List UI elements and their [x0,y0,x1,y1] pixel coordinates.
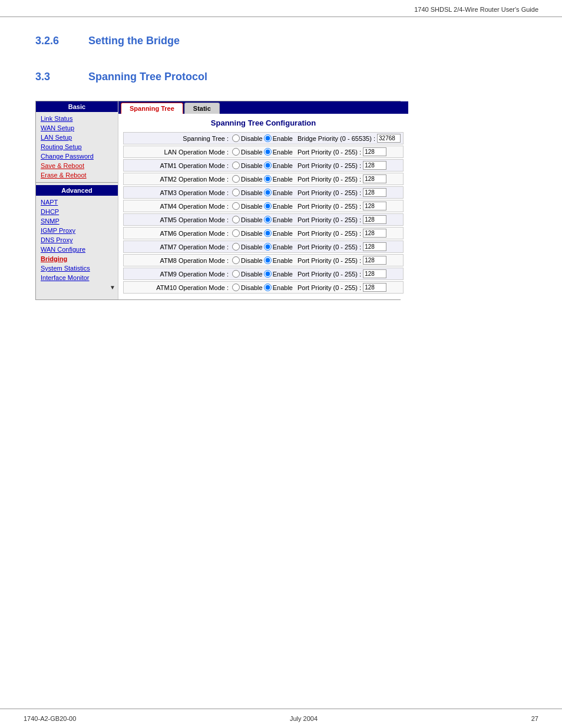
content-area: 3.2.6 Setting the Bridge 3.3 Spanning Tr… [0,17,562,335]
priority-label-8: Port Priority (0 - 255) : [297,243,361,251]
sidebar-link-password[interactable]: Change Password [36,151,118,161]
radio-disable-5[interactable] [232,202,240,210]
radio-disable-11[interactable] [232,284,240,291]
sidebar-link-bridging[interactable]: Bridging [36,254,118,263]
priority-label-5: Port Priority (0 - 255) : [297,203,361,210]
config-row-atm3: ATM3 Operation Mode : Disable Enable Por… [123,186,404,199]
radio-group-5: Disable Enable [232,202,293,210]
sidebar: Basic Link Status WAN Setup LAN Setup Ro… [36,101,118,299]
priority-label-3: Port Priority (0 - 255) : [297,176,361,183]
row-label-9: ATM8 Operation Mode : [126,257,232,264]
priority-input-5[interactable] [363,202,386,210]
radio-enable-4[interactable] [264,189,272,196]
priority-input-8[interactable] [363,242,386,251]
row-label-7: ATM6 Operation Mode : [126,230,232,237]
label-disable-10: Disable [241,271,263,278]
priority-label-6: Port Priority (0 - 255) : [297,216,361,223]
priority-input-3[interactable] [363,174,386,183]
priority-input-9[interactable] [363,256,386,265]
label-enable-6: Enable [273,216,293,223]
radio-group-11: Disable Enable [232,284,293,291]
config-row-atm8: ATM8 Operation Mode : Disable Enable Por… [123,254,404,266]
sidebar-link-save[interactable]: Save & Reboot [36,161,118,170]
sidebar-link-routing[interactable]: Routing Setup [36,142,118,151]
priority-label-0: Bridge Priority (0 - 65535) : [297,135,375,142]
radio-enable-11[interactable] [264,284,272,291]
radio-enable-8[interactable] [264,243,272,251]
priority-label-2: Port Priority (0 - 255) : [297,162,361,169]
row-label-6: ATM5 Operation Mode : [126,216,232,223]
priority-input-1[interactable] [363,147,386,156]
row-label-11: ATM10 Operation Mode : [126,284,232,291]
radio-enable-9[interactable] [264,256,272,264]
tab-spanning-tree[interactable]: Spanning Tree [121,103,183,114]
radio-enable-6[interactable] [264,216,272,223]
section-326-number: 3.2.6 [35,35,88,47]
radio-disable-3[interactable] [232,175,240,183]
priority-input-6[interactable] [363,215,386,224]
radio-disable-9[interactable] [232,256,240,264]
label-enable-5: Enable [273,203,293,210]
radio-disable-8[interactable] [232,243,240,251]
radio-enable-1[interactable] [264,148,272,156]
radio-enable-7[interactable] [264,229,272,237]
sidebar-link-dhcp[interactable]: DHCP [36,207,118,216]
page-footer: 1740-A2-GB20-00 July 2004 27 [0,709,562,728]
config-row-atm9: ATM9 Operation Mode : Disable Enable Por… [123,268,404,280]
priority-label-7: Port Priority (0 - 255) : [297,230,361,237]
row-label-3: ATM2 Operation Mode : [126,176,232,183]
sidebar-link-snmp[interactable]: SNMP [36,216,118,226]
config-area: Spanning Tree Configuration Spanning Tre… [118,114,408,299]
sidebar-basic-header: Basic [36,101,118,112]
priority-input-2[interactable] [363,161,386,170]
row-label-4: ATM3 Operation Mode : [126,189,232,196]
radio-disable-6[interactable] [232,216,240,223]
router-ui: Basic Link Status WAN Setup LAN Setup Ro… [35,101,401,300]
section-33: 3.3 Spanning Tree Protocol [35,71,527,83]
priority-input-10[interactable] [363,269,386,278]
sidebar-link-napt[interactable]: NAPT [36,197,118,207]
sidebar-link-erase[interactable]: Erase & Reboot [36,170,118,180]
radio-disable-1[interactable] [232,148,240,156]
radio-enable-3[interactable] [264,175,272,183]
sidebar-link-status[interactable]: Link Status [36,114,118,123]
priority-input-4[interactable] [363,188,386,197]
label-disable-7: Disable [241,230,263,237]
row-label-8: ATM7 Operation Mode : [126,243,232,251]
radio-enable-10[interactable] [264,270,272,278]
sidebar-link-dns[interactable]: DNS Proxy [36,235,118,245]
sidebar-link-interface[interactable]: Interface Monitor [36,273,118,282]
radio-enable-2[interactable] [264,162,272,169]
config-row-spanning-tree: Spanning Tree : Disable Enable Bridge Pr… [123,132,404,144]
scroll-down-icon: ▼ [110,284,115,291]
priority-input-0[interactable] [377,134,401,143]
radio-enable-0[interactable] [264,134,272,142]
sidebar-link-wan[interactable]: WAN Setup [36,123,118,133]
radio-disable-7[interactable] [232,229,240,237]
row-label-0: Spanning Tree : [126,135,232,142]
priority-label-11: Port Priority (0 - 255) : [297,284,361,291]
section-326: 3.2.6 Setting the Bridge [35,35,527,47]
tab-static[interactable]: Static [184,103,220,114]
label-disable-11: Disable [241,284,263,291]
priority-input-11[interactable] [363,283,386,292]
label-enable-10: Enable [273,271,293,278]
radio-disable-0[interactable] [232,134,240,142]
radio-enable-5[interactable] [264,202,272,210]
radio-disable-10[interactable] [232,270,240,278]
radio-group-2: Disable Enable [232,162,293,169]
sidebar-link-igmp[interactable]: IGMP Proxy [36,226,118,235]
radio-disable-4[interactable] [232,189,240,196]
radio-disable-2[interactable] [232,162,240,169]
label-enable-0: Enable [273,135,293,142]
radio-group-3: Disable Enable [232,175,293,183]
sidebar-link-wan-configure[interactable]: WAN Configure [36,245,118,254]
label-enable-8: Enable [273,243,293,251]
row-label-1: LAN Operation Mode : [126,149,232,156]
priority-input-7[interactable] [363,229,386,238]
label-disable-4: Disable [241,189,263,196]
sidebar-link-system-stats[interactable]: System Statistics [36,263,118,273]
sidebar-link-lan[interactable]: LAN Setup [36,133,118,142]
row-label-2: ATM1 Operation Mode : [126,162,232,169]
sidebar-advanced-header: Advanced [36,185,118,196]
